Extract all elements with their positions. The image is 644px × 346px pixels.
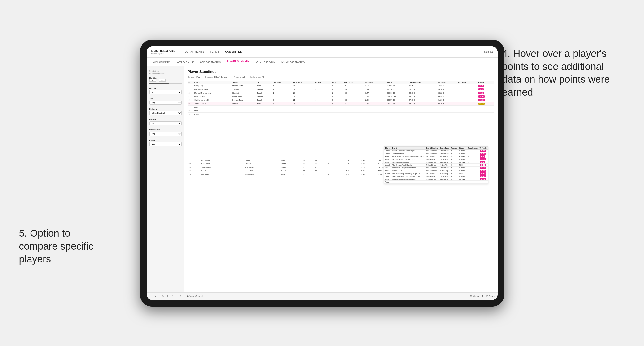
logo: SCOREBOARD Powered by clippi	[151, 49, 176, 54]
tooltip-row: Bren Wake Forest Invitational at Pinehur…	[384, 155, 488, 158]
nav-link-teams[interactable]: TEAMS	[210, 49, 220, 54]
tab-team-h2h-heatmap[interactable]: TEAM H2H HEATMAP	[198, 59, 222, 65]
toolbar-right: 👁 Watch ⬆ ⬡ Share	[470, 295, 494, 297]
col-avg-sg: Avg SG	[386, 81, 408, 84]
nav-link-committee[interactable]: COMMITTEE	[225, 49, 242, 54]
annotation-compare-players: 5. Option to compare specific players	[19, 227, 109, 266]
toolbar-view-original[interactable]: ▶ View: Original	[187, 295, 203, 297]
col-overall: Overall Record	[408, 81, 437, 84]
col-wins: Wins	[331, 81, 343, 84]
col-avg-to-par: Avg to-Par	[364, 81, 386, 84]
col-reg-rank: Reg Rank	[272, 81, 292, 84]
tooltip-table: Player Event Event Division Event Type R…	[384, 147, 488, 183]
year-select[interactable]: (All)	[150, 101, 182, 105]
no-rds-min-input[interactable]	[150, 79, 156, 82]
nav-right: | Sign out	[483, 50, 493, 53]
separator3	[184, 294, 184, 298]
filters-row: Gender: Men Division: NCAA Division I Re…	[188, 76, 494, 78]
table-row: 6 Jackson Koirun Auburn First 2 27 1 1 -…	[188, 102, 494, 105]
toolbar-clock[interactable]: ⏱	[179, 295, 182, 297]
tooltip-row: Phich Southern Highlands Collegiate NCAA…	[384, 158, 488, 161]
hover-tooltip: Player Event Event Division Event Type R…	[384, 147, 488, 184]
tab-player-h2h-grid[interactable]: PLAYER H2H GRID	[254, 59, 275, 65]
player-select[interactable]: (All)	[150, 142, 182, 146]
tooltip-row: Alex C Fallen Oak Collegiate Invitationa…	[384, 166, 488, 169]
tooltip-row: Tashi	[384, 180, 488, 183]
nav-link-tournaments[interactable]: TOURNAMENTS	[183, 49, 204, 54]
sidebar-gender: Gender Men Women	[150, 87, 182, 94]
tt-col-type: Event Type	[439, 147, 450, 150]
separator1	[159, 294, 159, 298]
player-label: Player	[150, 139, 182, 141]
tab-team-h2h-grid[interactable]: TEAM H2H GRID	[175, 59, 194, 65]
tab-player-summary[interactable]: PLAYER SUMMARY	[227, 58, 249, 65]
filter-division: Division: NCAA Division I	[205, 76, 230, 78]
sidebar-no-rds: No Rds. –	[150, 77, 182, 84]
sidebar-division: Division NCAA Division I	[150, 108, 182, 115]
division-label: Division	[150, 108, 182, 110]
table-row: 4 Luke Clanton Florida State Second 5 27…	[188, 95, 494, 98]
col-points: Points	[477, 81, 494, 84]
tablet-frame: SCOREBOARD Powered by clippi TOURNAMENTS…	[140, 40, 504, 307]
tooltip-row: Marc Amer An Intercollegiate NCAA Divisi…	[384, 161, 488, 164]
tablet-screen: SCOREBOARD Powered by clippi TOURNAMENTS…	[147, 46, 498, 300]
sidebar-player: Player (All)	[150, 139, 182, 146]
tt-col-division: Event Division	[425, 147, 439, 150]
sidebar-region: Region N/A	[150, 118, 182, 125]
view-icon: ▶	[187, 295, 189, 297]
tab-bar: TEAM SUMMARY TEAM H2H GRID TEAM H2H HEAT…	[147, 58, 498, 66]
tt-col-rank-impact: Rank Impact	[466, 147, 479, 150]
update-time: Update time: 27/01/2024 16:56:26	[150, 70, 182, 75]
division-select[interactable]: NCAA Division I	[150, 111, 182, 115]
col-yr: Yr	[256, 81, 272, 84]
tooltip-row: Jacob Tiger Invitational NCAA Division I…	[384, 152, 488, 155]
tt-col-rounds: Rounds	[450, 147, 458, 150]
region-select[interactable]: N/A	[150, 121, 182, 125]
toolbar-fit[interactable]: ⤢	[172, 295, 173, 297]
slider-fill	[150, 83, 169, 84]
table-row: 8 Mats	[188, 109, 494, 112]
col-vs-top50: Vs Top 50	[457, 81, 478, 84]
filter-conference: Conference: All	[249, 76, 264, 78]
col-school: School	[231, 81, 256, 84]
tt-col-status: Status	[458, 147, 466, 150]
logo-title: SCOREBOARD	[151, 49, 176, 53]
col-adj-score: Adj. Score	[343, 81, 364, 84]
tab-player-h2h-heatmap[interactable]: PLAYER H2H HEATMAP	[280, 59, 306, 65]
table-row: 2 Michael La Sasso Ole Miss Second 1 18 …	[188, 88, 494, 91]
toolbar-export[interactable]: ⬆	[482, 295, 484, 297]
tab-team-summary[interactable]: TEAM SUMMARY	[151, 59, 171, 65]
col-rank: #	[188, 81, 194, 84]
annotation-hover-points: 4. Hover over a player's points to see a…	[502, 47, 616, 99]
tooltip-row: Jake I The Cypress Point Classic NCAA Di…	[384, 164, 488, 166]
filter-region: Region: All	[234, 76, 244, 78]
year-label: Year	[150, 98, 182, 100]
region-label: Region	[150, 118, 182, 120]
toolbar-share[interactable]: ⬡ Share	[486, 295, 494, 297]
toolbar-zoom-in[interactable]: ⊕	[167, 295, 169, 297]
panel-title: Player Standings	[188, 69, 494, 73]
main-content: Update time: 27/01/2024 16:56:26 No Rds.…	[147, 66, 498, 292]
gender-select[interactable]: Men Women	[150, 90, 182, 94]
toolbar-watch[interactable]: 👁 Watch	[470, 295, 479, 297]
no-rds-slider[interactable]	[150, 83, 182, 84]
separator2	[176, 294, 176, 298]
nav-bar: SCOREBOARD Powered by clippi TOURNAMENTS…	[147, 46, 498, 58]
filter-gender: Gender: Men	[188, 76, 200, 78]
toolbar-undo[interactable]: ↩	[150, 295, 151, 297]
no-rds-max-input[interactable]	[159, 79, 166, 82]
tooltip-row: Tiger SEC Stroke Play hosted by Jerry Pa…	[384, 175, 488, 177]
col-vs-top25: Vs Top 25	[437, 81, 457, 84]
sidebar-conference: Conference (All)	[150, 129, 182, 136]
table-row: 3 Michael Thorbjornsen Stanford Fourth 1…	[188, 91, 494, 95]
conference-select[interactable]: (All)	[150, 132, 182, 136]
gender-label: Gender	[150, 87, 182, 89]
toolbar-zoom-out[interactable]: ⊖	[162, 295, 164, 297]
toolbar-redo[interactable]: ↪	[154, 295, 156, 297]
table-row: 7 Nichi	[188, 105, 494, 109]
nav-links: TOURNAMENTS TEAMS COMMITTEE	[183, 49, 483, 54]
tooltip-row: Mattl Mirabel Maui Jim Intercollegiate N…	[384, 177, 488, 180]
tt-col-event: Event	[391, 147, 425, 150]
no-rds-row: –	[150, 79, 182, 82]
sign-out-link[interactable]: | Sign out	[483, 50, 493, 53]
